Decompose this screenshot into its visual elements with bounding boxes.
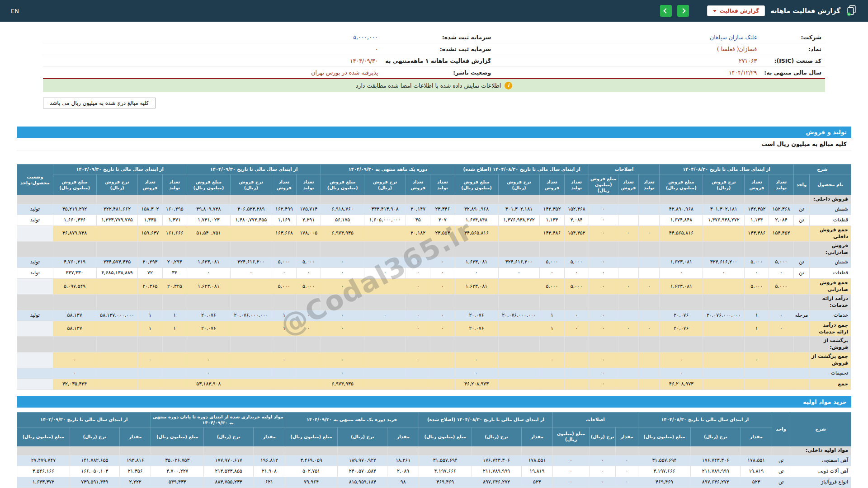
value-cell: ۴,۶۸۵,۱۳۸,۸۸۹: [96, 268, 138, 279]
value-cell: ۱۷۶,۷۴۳,۳۰۶: [691, 455, 741, 466]
value-cell: ۱,۶۲۳,۰۸۱: [455, 279, 498, 295]
value-cell: [639, 241, 660, 257]
value-cell: ۳۶,۸۷۹,۷۳۸: [53, 226, 96, 242]
row-label: مواد اولیه داخلی:: [790, 446, 851, 455]
value-cell: [406, 368, 430, 379]
status-cell: [17, 226, 53, 242]
row-label: جمع برگشت از فروش: [810, 352, 851, 368]
value-cell: [498, 295, 540, 310]
value-cell: [296, 352, 321, 368]
value-cell: [540, 337, 564, 352]
value-cell: ۴,۷۰۰,۲۲۷: [151, 466, 204, 477]
value-cell: [406, 379, 430, 389]
value-cell: [618, 257, 639, 268]
header-left-group: EN: [11, 8, 19, 14]
table-row: برگشت از فروش:: [17, 337, 851, 352]
value-cell: ۰: [53, 368, 96, 379]
chevron-right-icon: [680, 8, 685, 13]
table-row: شمشتن۱۵۲,۳۶۸۱۴۲,۳۵۲۳۰۱,۳۰۲,۱۸۱۴۲,۸۹۰,۹۶۸…: [17, 204, 851, 215]
value-cell: [703, 321, 745, 337]
value-cell: [498, 368, 540, 379]
value-cell: ۱۹,۸۱۹: [521, 466, 553, 477]
status-cell: [17, 279, 53, 295]
value-cell: [498, 226, 540, 242]
info-label: سال مالی منتهی به:: [760, 67, 825, 79]
value-cell: ۱۶۳,۶۶۸: [272, 226, 296, 242]
value-cell: [138, 368, 162, 379]
value-cell: ۰: [589, 379, 618, 389]
report-copy-icon[interactable]: [846, 5, 857, 18]
value-cell: ۰: [53, 352, 96, 368]
value-cell: [618, 295, 639, 310]
column-group-header: از ابتدای سال مالی تا تاریخ ۱۴۰۳/۰۹/۳۰: [17, 412, 151, 427]
value-cell: ۱,۳۳۵: [138, 215, 162, 226]
row-label: قطعات: [810, 215, 851, 226]
table-row: فروش صادراتی:: [17, 241, 851, 257]
section-title-production-sales: تولید و فروش: [17, 127, 851, 138]
table-row: جمع۴۶,۲۰۸,۹۷۳۰۴۶,۲۰۸,۹۷۳۶,۹۷۴,۹۳۵۵۳,۱۸۳,…: [17, 379, 851, 389]
language-toggle[interactable]: EN: [11, 8, 19, 14]
value-cell: ۰: [230, 268, 272, 279]
value-cell: [162, 241, 187, 257]
status-cell: [17, 368, 53, 379]
report-content: تولید و فروش کلیه مبالغ به میلیون ریال ا…: [17, 127, 851, 488]
value-cell: ۱,۶۲۳,۰۸۱: [455, 257, 498, 268]
column-header: نرخ فروش (ریال): [230, 174, 272, 195]
amounts-note: کلیه مبالغ به میلیون ریال است: [17, 138, 851, 150]
value-cell: ۵,۰۰۰: [272, 279, 296, 295]
unit-cell: [793, 379, 809, 389]
company-link[interactable]: غلتک سازان سپاهان: [495, 32, 760, 43]
table-row: قطعاتتن۲,۰۸۴۱,۱۳۴۱,۴۷۶,۹۳۸,۲۷۲۱,۶۷۴,۸۴۸۰…: [17, 215, 851, 226]
nav-forward-button[interactable]: [677, 5, 689, 17]
value-cell: [296, 379, 321, 389]
nav-back-button[interactable]: [660, 5, 672, 17]
value-cell: ۰: [769, 268, 793, 279]
value-cell: ۱,۶۷۴,۸۴۸: [660, 215, 703, 226]
value-cell: [745, 295, 769, 310]
value-cell: [540, 195, 564, 204]
unit-cell: [772, 446, 790, 455]
value-cell: [230, 337, 272, 352]
value-cell: [540, 241, 564, 257]
value-cell: ۲۰,۲۹۳: [138, 257, 162, 268]
unit-cell: [793, 337, 809, 352]
column-header: تعداد تولید: [639, 174, 660, 195]
value-cell: [618, 195, 639, 204]
value-cell: ۰: [589, 352, 618, 368]
value-cell: [455, 195, 498, 204]
value-cell: ۲۰,۰۷۶: [187, 321, 230, 337]
row-label: جمع فروش داخلی: [810, 226, 851, 242]
unit-cell: تن: [772, 455, 790, 466]
info-value: فسازان( فغلسا ): [495, 43, 760, 55]
info-value: ۱۴۰۴/۱۲/۲۹: [495, 67, 760, 79]
row-label: جمع: [810, 379, 851, 389]
value-cell: [430, 337, 455, 352]
value-cell: ۱۵۴,۴۵۲: [769, 226, 793, 242]
column-group-header: از ابتدای سال مالی تا تاریخ ۱۴۰۴/۰۸/۳۰: [638, 412, 772, 427]
value-cell: [745, 337, 769, 352]
value-cell: ۱,۱۶۹: [272, 215, 296, 226]
value-cell: ۱۵۴,۴۵۲: [564, 226, 589, 242]
column-header: تعداد تولید: [296, 174, 321, 195]
value-cell: [618, 241, 639, 257]
value-cell: ۴۹,۸۰۹,۷۲۸: [187, 204, 230, 215]
status-cell: تولید: [17, 204, 53, 215]
unit-cell: [793, 295, 809, 310]
value-cell: [703, 295, 745, 310]
table-row: درآمد ارائه خدمات:: [17, 295, 851, 310]
value-cell: ۰: [540, 268, 564, 279]
value-cell: ۱۵۸,۳۰۲: [138, 204, 162, 215]
unit-cell: [793, 195, 809, 204]
table-row: خدماتمرحله۰۱۲۰,۰۷۶,۰۰۰,۰۰۰۲۰,۰۷۶۰۰۱۲۰,۰۷…: [17, 310, 851, 321]
report-type-dropdown[interactable]: گزارش فعالیت: [707, 5, 765, 16]
value-cell: [455, 241, 498, 257]
value-cell: ۱۵۲,۳۶۸: [564, 204, 589, 215]
value-cell: ۳۵: [406, 215, 430, 226]
value-cell: ۲۱۴,۵۴۳,۸۵۵: [204, 466, 254, 477]
table-row: آهن اسفنجیتن۱۷۸,۵۵۱۱۷۶,۷۴۳,۳۰۶۳۱,۵۵۷,۶۹۴…: [17, 455, 851, 466]
column-group-header: خرید دوره یک ماهه منتهی به ۱۴۰۴/۰۹/۳۰: [285, 412, 419, 427]
value-cell: ۰: [618, 279, 639, 295]
value-cell: ۲۳,۳۴۶: [430, 204, 455, 215]
value-cell: ۱۵۲,۳۶۸: [769, 204, 793, 215]
value-cell: [272, 379, 296, 389]
